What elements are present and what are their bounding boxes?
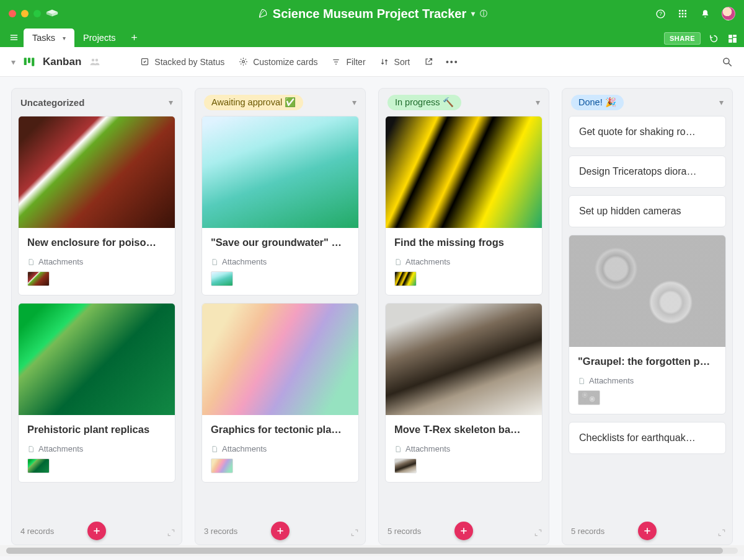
- open-external-button[interactable]: [423, 57, 433, 67]
- card-cover-image: [569, 235, 725, 347]
- horizontal-scrollbar[interactable]: [0, 545, 744, 556]
- attachments-label: Attachments: [27, 444, 166, 453]
- svg-rect-9: [682, 13, 684, 15]
- column-header[interactable]: Done! 🎉▾: [562, 89, 732, 116]
- column-body[interactable]: Get quote for shaking ro…Design Tricerat…: [562, 116, 732, 517]
- gear-icon: [238, 57, 248, 67]
- card-title: New enclosure for poiso…: [27, 237, 166, 248]
- more-horizontal-icon: •••: [447, 57, 457, 67]
- column-body[interactable]: Find the missing frogsAttachmentsMove T-…: [379, 116, 549, 517]
- expand-icon[interactable]: [350, 528, 359, 537]
- view-switcher[interactable]: ▾ Kanban: [11, 56, 101, 68]
- expand-icon[interactable]: [534, 528, 542, 537]
- card[interactable]: "Save our groundwater" …Attachments: [202, 116, 359, 295]
- stack-icon: [140, 57, 149, 67]
- svg-rect-5: [679, 10, 681, 12]
- svg-point-27: [95, 58, 99, 61]
- apps-grid-icon[interactable]: [677, 8, 688, 19]
- card[interactable]: Graphics for tectonic pla…Attachments: [202, 303, 359, 483]
- collaborators-icon[interactable]: [89, 56, 101, 68]
- search-icon[interactable]: [722, 56, 733, 68]
- minimize-window-button[interactable]: [21, 10, 29, 17]
- card[interactable]: Design Triceratops diora…: [569, 155, 726, 188]
- hamburger-icon[interactable]: [4, 27, 24, 47]
- column-body[interactable]: New enclosure for poiso…AttachmentsPrehi…: [12, 116, 182, 517]
- column-footer: 5 records: [562, 517, 732, 545]
- add-record-button[interactable]: [638, 522, 657, 540]
- tab-projects[interactable]: Projects: [74, 28, 124, 47]
- attachment-thumbnail[interactable]: [27, 458, 50, 473]
- user-avatar[interactable]: [722, 7, 735, 20]
- column-title: Uncategorized: [20, 97, 84, 108]
- titlebar-right: ?: [655, 7, 735, 20]
- column-header[interactable]: In progress 🔨▾: [379, 89, 549, 116]
- chevron-down-icon[interactable]: ▾: [352, 97, 356, 107]
- filter-label: Filter: [346, 57, 365, 67]
- attachment-thumbnail[interactable]: [211, 458, 233, 473]
- workspace-title-group[interactable]: Science Museum Project Tracker ▾ ⓘ: [0, 7, 744, 21]
- column-footer: 3 records: [195, 517, 365, 545]
- column-done: Done! 🎉▾Get quote for shaking ro…Design …: [562, 88, 733, 545]
- more-options-button[interactable]: •••: [447, 57, 457, 67]
- share-button-label: SHARE: [670, 35, 695, 42]
- svg-line-34: [728, 63, 732, 66]
- chevron-down-icon[interactable]: ▾: [169, 97, 173, 107]
- sort-icon: [379, 57, 389, 67]
- attachments-label: Attachments: [578, 376, 717, 385]
- kanban-board[interactable]: Uncategorized▾New enclosure for poiso…At…: [0, 77, 744, 545]
- card[interactable]: Checklists for earthquak…: [569, 422, 726, 454]
- attachment-thumbnail[interactable]: [578, 390, 600, 405]
- add-record-button[interactable]: [87, 522, 106, 540]
- maximize-window-button[interactable]: [33, 10, 41, 17]
- svg-rect-7: [684, 10, 686, 12]
- tab-strip: Tasks ▾ Projects SHARE: [0, 27, 744, 47]
- chevron-down-icon[interactable]: ▾: [536, 97, 540, 107]
- column-inprogress: In progress 🔨▾Find the missing frogsAtta…: [378, 88, 549, 545]
- sort-button[interactable]: Sort: [379, 57, 410, 67]
- column-footer: 5 records: [379, 517, 549, 545]
- filter-button[interactable]: Filter: [331, 57, 365, 67]
- chevron-down-icon[interactable]: ▾: [63, 35, 66, 42]
- view-toolbar: ▾ Kanban Stacked by Status Customize car…: [0, 47, 744, 77]
- column-status-pill[interactable]: Done! 🎉: [571, 95, 624, 110]
- tab-tasks[interactable]: Tasks ▾: [24, 28, 74, 47]
- card[interactable]: "Graupel: the forgotten p…Attachments: [569, 235, 726, 414]
- card-cover-image: [202, 116, 358, 228]
- svg-text:?: ?: [659, 11, 662, 17]
- close-window-button[interactable]: [9, 10, 16, 17]
- customize-cards-button[interactable]: Customize cards: [238, 57, 317, 67]
- svg-rect-25: [32, 58, 34, 66]
- stacked-by-button[interactable]: Stacked by Status: [140, 57, 224, 67]
- share-button[interactable]: SHARE: [664, 32, 701, 45]
- card[interactable]: Prehistoric plant replicasAttachments: [18, 303, 175, 483]
- notifications-bell-icon[interactable]: [699, 8, 711, 19]
- svg-rect-10: [684, 13, 686, 15]
- app-logo-icon: [45, 6, 60, 21]
- attachment-thumbnail[interactable]: [394, 271, 417, 286]
- column-status-pill[interactable]: Awaiting approval ✅: [204, 95, 303, 110]
- column-header[interactable]: Awaiting approval ✅▾: [195, 89, 365, 116]
- column-status-pill[interactable]: In progress 🔨: [388, 95, 461, 110]
- attachment-thumbnail[interactable]: [27, 271, 50, 286]
- add-tab-button[interactable]: [124, 27, 144, 47]
- attachment-thumbnail[interactable]: [211, 271, 233, 286]
- svg-rect-23: [24, 58, 27, 65]
- card[interactable]: New enclosure for poiso…Attachments: [18, 116, 175, 295]
- add-record-button[interactable]: [454, 522, 473, 540]
- chevron-down-icon: ▾: [11, 57, 16, 67]
- card[interactable]: Find the missing frogsAttachments: [385, 116, 542, 295]
- card[interactable]: Move T-Rex skeleton ba…Attachments: [385, 303, 542, 483]
- card[interactable]: Set up hidden cameras: [569, 195, 726, 227]
- blocks-icon[interactable]: [727, 33, 738, 44]
- add-record-button[interactable]: [271, 522, 290, 540]
- expand-icon[interactable]: [167, 528, 175, 537]
- column-header[interactable]: Uncategorized▾: [12, 89, 182, 116]
- attachment-thumbnail[interactable]: [394, 458, 417, 473]
- expand-icon[interactable]: [717, 528, 726, 537]
- column-footer: 4 records: [12, 517, 182, 545]
- chevron-down-icon[interactable]: ▾: [719, 97, 724, 107]
- history-icon[interactable]: [708, 33, 719, 44]
- card[interactable]: Get quote for shaking ro…: [569, 116, 726, 148]
- column-body[interactable]: "Save our groundwater" …AttachmentsGraph…: [195, 116, 365, 517]
- help-icon[interactable]: ?: [655, 8, 666, 19]
